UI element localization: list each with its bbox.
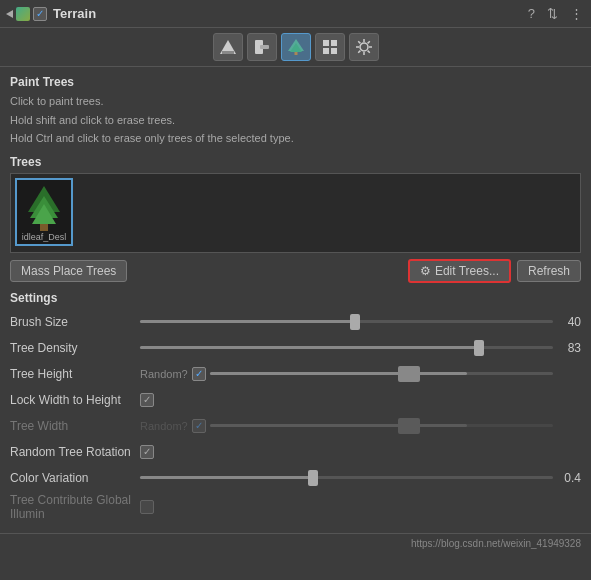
- tree-height-label: Tree Height: [10, 367, 140, 381]
- svg-line-18: [367, 41, 369, 43]
- setting-row-brush-size: Brush Size 40: [10, 311, 581, 333]
- setting-row-tree-width: Tree Width Random?: [10, 415, 581, 437]
- edit-trees-button[interactable]: ⚙ Edit Trees...: [408, 259, 511, 283]
- footer-url: https://blog.csdn.net/weixin_41949328: [0, 533, 591, 553]
- gear-icon: ⚙: [420, 264, 431, 278]
- header-icons-left: [6, 7, 47, 21]
- svg-rect-8: [331, 40, 337, 46]
- svg-point-11: [360, 43, 368, 51]
- setting-row-random-rotation: Random Tree Rotation: [10, 441, 581, 463]
- color-variation-slider[interactable]: [140, 470, 553, 486]
- active-checkbox[interactable]: [33, 7, 47, 21]
- color-icon: [16, 7, 30, 21]
- svg-rect-23: [40, 224, 48, 231]
- collapse-icon[interactable]: [6, 10, 13, 18]
- detail-tool[interactable]: [315, 33, 345, 61]
- random-rotation-checkbox[interactable]: [140, 445, 154, 459]
- paint-trees-title: Paint Trees: [10, 75, 581, 89]
- brush-size-slider[interactable]: [140, 314, 553, 330]
- brush-size-label: Brush Size: [10, 315, 140, 329]
- raise-lower-tool[interactable]: [213, 33, 243, 61]
- tree-density-value: 83: [553, 341, 581, 355]
- trees-list: idleaf_Desl: [10, 173, 581, 253]
- settings-tool[interactable]: [349, 33, 379, 61]
- tree-width-label: Tree Width: [10, 419, 140, 433]
- svg-line-17: [367, 51, 369, 53]
- tree-gi-label: Tree Contribute Global Illumin: [10, 493, 140, 521]
- setting-row-lock-width: Lock Width to Height: [10, 389, 581, 411]
- svg-rect-9: [323, 48, 329, 54]
- svg-rect-6: [294, 52, 297, 55]
- trees-label: Trees: [10, 155, 581, 169]
- more-icon[interactable]: ⋮: [568, 4, 585, 23]
- brush-size-value: 40: [553, 315, 581, 329]
- tree-density-label: Tree Density: [10, 341, 140, 355]
- setting-row-color-variation: Color Variation 0.4: [10, 467, 581, 489]
- paint-desc-2: Hold shift and click to erase trees.: [10, 112, 581, 129]
- paint-desc-3: Hold Ctrl and click to erase only trees …: [10, 130, 581, 147]
- random-rotation-label: Random Tree Rotation: [10, 445, 140, 459]
- header-title: Terrain: [53, 6, 526, 21]
- lock-width-label: Lock Width to Height: [10, 393, 140, 407]
- color-variation-label: Color Variation: [10, 471, 140, 485]
- setting-row-tree-density: Tree Density 83: [10, 337, 581, 359]
- svg-rect-10: [331, 48, 337, 54]
- sort-icon[interactable]: ⇅: [545, 4, 560, 23]
- tree-height-random-checkbox[interactable]: [192, 367, 206, 381]
- buttons-row: Mass Place Trees ⚙ Edit Trees... Refresh: [10, 259, 581, 283]
- setting-row-tree-height: Tree Height Random?: [10, 363, 581, 385]
- tree-height-slider[interactable]: [210, 366, 553, 382]
- tree-gi-checkbox[interactable]: [140, 500, 154, 514]
- tree-item-label: idleaf_Desl: [22, 232, 67, 242]
- color-variation-value: 0.4: [553, 471, 581, 485]
- tree-tool[interactable]: [281, 33, 311, 61]
- tree-item[interactable]: idleaf_Desl: [15, 178, 73, 246]
- setting-row-tree-gi: Tree Contribute Global Illumin: [10, 493, 581, 521]
- svg-line-19: [358, 51, 360, 53]
- tree-width-random-label: Random?: [140, 420, 188, 432]
- tree-width-random-checkbox[interactable]: [192, 419, 206, 433]
- header-icons-right: ? ⇅ ⋮: [526, 4, 585, 23]
- svg-rect-1: [222, 51, 234, 54]
- main-content: Paint Trees Click to paint trees. Hold s…: [0, 67, 591, 533]
- refresh-button[interactable]: Refresh: [517, 260, 581, 282]
- paint-tool[interactable]: [247, 33, 277, 61]
- toolbar-row: [0, 28, 591, 67]
- tree-height-random-label: Random?: [140, 368, 188, 380]
- lock-width-checkbox[interactable]: [140, 393, 154, 407]
- svg-rect-3: [260, 45, 269, 49]
- paint-trees-section: Paint Trees Click to paint trees. Hold s…: [10, 75, 581, 147]
- svg-rect-7: [323, 40, 329, 46]
- tree-density-slider[interactable]: [140, 340, 553, 356]
- url-text: https://blog.csdn.net/weixin_41949328: [411, 538, 581, 549]
- paint-desc-1: Click to paint trees.: [10, 93, 581, 110]
- tree-width-slider[interactable]: [210, 418, 553, 434]
- header-bar: Terrain ? ⇅ ⋮: [0, 0, 591, 28]
- question-icon[interactable]: ?: [526, 4, 537, 23]
- settings-label: Settings: [10, 291, 581, 305]
- settings-section: Settings Brush Size 40 Tree Density: [10, 291, 581, 521]
- svg-line-16: [358, 41, 360, 43]
- mass-place-trees-button[interactable]: Mass Place Trees: [10, 260, 127, 282]
